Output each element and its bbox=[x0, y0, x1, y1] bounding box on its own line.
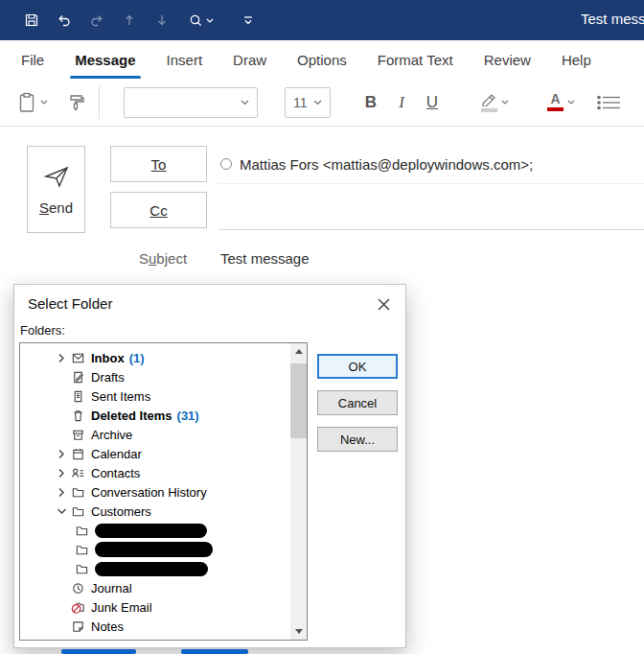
subject-field[interactable]: Test message bbox=[220, 250, 310, 267]
ribbon-tab-bar: File Message Insert Draw Options Format … bbox=[0, 40, 644, 79]
calendar-icon bbox=[70, 446, 85, 461]
tab-format-text[interactable]: Format Text bbox=[378, 40, 453, 79]
cancel-button[interactable]: Cancel bbox=[317, 390, 398, 415]
close-icon bbox=[378, 298, 390, 311]
tree-item-deleted-items[interactable]: Deleted Items (31) bbox=[20, 406, 290, 425]
tab-options[interactable]: Options bbox=[297, 40, 347, 79]
tab-help[interactable]: Help bbox=[562, 40, 591, 79]
to-button[interactable]: To bbox=[110, 146, 207, 182]
draw-tool-button[interactable] bbox=[178, 6, 222, 35]
tree-item-inbox[interactable]: Inbox (1) bbox=[20, 348, 290, 367]
tree-item-redacted[interactable] bbox=[20, 540, 290, 559]
font-size-select[interactable]: 11 bbox=[285, 87, 331, 118]
deleted-items-icon bbox=[70, 408, 85, 423]
chevron-down-icon[interactable] bbox=[501, 100, 509, 105]
chevron-right-icon[interactable] bbox=[53, 487, 70, 498]
to-field-underline bbox=[218, 183, 644, 184]
folder-name: Deleted Items bbox=[91, 409, 172, 423]
chevron-right-icon[interactable] bbox=[53, 449, 70, 459]
close-button[interactable] bbox=[370, 292, 397, 315]
bullet-list-button[interactable] bbox=[596, 94, 621, 111]
item-count: (31) bbox=[177, 409, 199, 423]
folder-name: Journal bbox=[91, 581, 132, 596]
redacted-label bbox=[95, 524, 207, 538]
tree-item-customers[interactable]: Customers bbox=[20, 502, 290, 521]
tree-item-redacted[interactable] bbox=[20, 521, 290, 540]
tab-message[interactable]: Message bbox=[75, 40, 135, 79]
archive-icon bbox=[70, 427, 85, 442]
notes-icon bbox=[70, 619, 85, 634]
tab-review[interactable]: Review bbox=[484, 40, 531, 79]
highlight-color-swatch bbox=[481, 108, 497, 112]
down-arrow-icon bbox=[154, 12, 170, 28]
chevron-down-icon[interactable] bbox=[53, 507, 70, 516]
up-arrow-icon bbox=[122, 12, 137, 28]
down-arrow-button[interactable] bbox=[146, 6, 178, 35]
folder-name: Notes bbox=[91, 619, 124, 634]
underline-button[interactable]: U bbox=[417, 87, 448, 118]
chevron-down-icon bbox=[241, 100, 249, 105]
chevron-down-icon bbox=[313, 100, 322, 105]
folder-name: Contacts bbox=[91, 466, 140, 480]
italic-button[interactable]: I bbox=[386, 87, 417, 118]
quick-access-toolbar bbox=[0, 6, 264, 35]
scrollbar-down-button[interactable] bbox=[290, 623, 307, 640]
tree-scrollbar bbox=[290, 343, 307, 640]
font-color-button[interactable]: A bbox=[530, 93, 575, 111]
tree-item-archive[interactable]: Archive bbox=[20, 425, 290, 444]
redo-button[interactable] bbox=[80, 6, 113, 35]
folder-icon bbox=[74, 561, 89, 576]
undo-button[interactable] bbox=[48, 6, 80, 35]
tab-draw[interactable]: Draw bbox=[233, 40, 266, 79]
junk-email-icon bbox=[70, 599, 85, 615]
highlight-color-button[interactable] bbox=[463, 92, 509, 112]
tab-file[interactable]: File bbox=[21, 40, 44, 79]
tree-item-sent-items[interactable]: Sent Items bbox=[20, 386, 290, 406]
subject-label: Subject bbox=[139, 250, 187, 267]
font-name-select[interactable] bbox=[124, 87, 258, 118]
tab-insert[interactable]: Insert bbox=[167, 40, 203, 79]
bullet-list-icon bbox=[596, 94, 621, 111]
send-button[interactable]: Send bbox=[27, 146, 85, 233]
chevron-right-icon[interactable] bbox=[53, 353, 70, 363]
tree-item-conversation-history[interactable]: Conversation History bbox=[20, 482, 290, 502]
down-arrow-icon bbox=[295, 629, 303, 634]
chevron-down-icon[interactable] bbox=[40, 100, 48, 105]
to-field[interactable]: Mattias Fors <mattias@deploywindows.com>… bbox=[220, 153, 533, 175]
tree-item-drafts[interactable]: Drafts bbox=[20, 367, 290, 386]
tree-item-contacts[interactable]: Contacts bbox=[20, 463, 290, 482]
up-arrow-button[interactable] bbox=[113, 6, 146, 35]
ok-button[interactable]: OK bbox=[317, 354, 398, 379]
tree-item-redacted[interactable] bbox=[20, 559, 290, 578]
tree-item-calendar[interactable]: Calendar bbox=[20, 444, 290, 463]
select-folder-dialog: Select Folder Folders: Inbox (1) Drafts bbox=[13, 284, 406, 648]
paste-button[interactable] bbox=[17, 92, 48, 113]
save-button[interactable] bbox=[15, 6, 48, 35]
cc-button[interactable]: Cc bbox=[110, 192, 207, 228]
chevron-down-icon[interactable] bbox=[567, 100, 575, 105]
scrollbar-up-button[interactable] bbox=[290, 343, 307, 360]
inbox-icon bbox=[70, 350, 85, 365]
tree-item-junk-email[interactable]: Junk Email bbox=[20, 597, 290, 617]
font-size-value: 11 bbox=[293, 95, 308, 110]
up-arrow-icon bbox=[295, 349, 303, 354]
formatting-toolbar: 11 B I U A bbox=[0, 79, 644, 127]
tree-item-journal[interactable]: Journal bbox=[20, 578, 290, 597]
folder-name: Sent Items bbox=[91, 389, 150, 404]
format-painter-button[interactable] bbox=[67, 93, 86, 112]
bold-button[interactable]: B bbox=[356, 87, 386, 118]
customize-toolbar-button[interactable] bbox=[232, 6, 264, 35]
chevron-down-icon bbox=[206, 18, 214, 23]
pen-loop-icon bbox=[188, 12, 203, 28]
undo-icon bbox=[57, 12, 72, 28]
cc-field[interactable] bbox=[218, 229, 644, 230]
tree-item-notes[interactable]: Notes bbox=[20, 617, 290, 636]
new-folder-button[interactable]: New... bbox=[317, 427, 398, 452]
chevron-right-icon[interactable] bbox=[53, 468, 70, 479]
scrollbar-thumb[interactable] bbox=[290, 363, 307, 438]
folders-label: Folders: bbox=[20, 323, 65, 338]
folder-name: Archive bbox=[91, 428, 132, 442]
recipient-chip[interactable]: Mattias Fors <mattias@deploywindows.com>… bbox=[240, 156, 533, 173]
folder-icon bbox=[70, 503, 85, 519]
presence-circle-icon bbox=[220, 158, 232, 170]
